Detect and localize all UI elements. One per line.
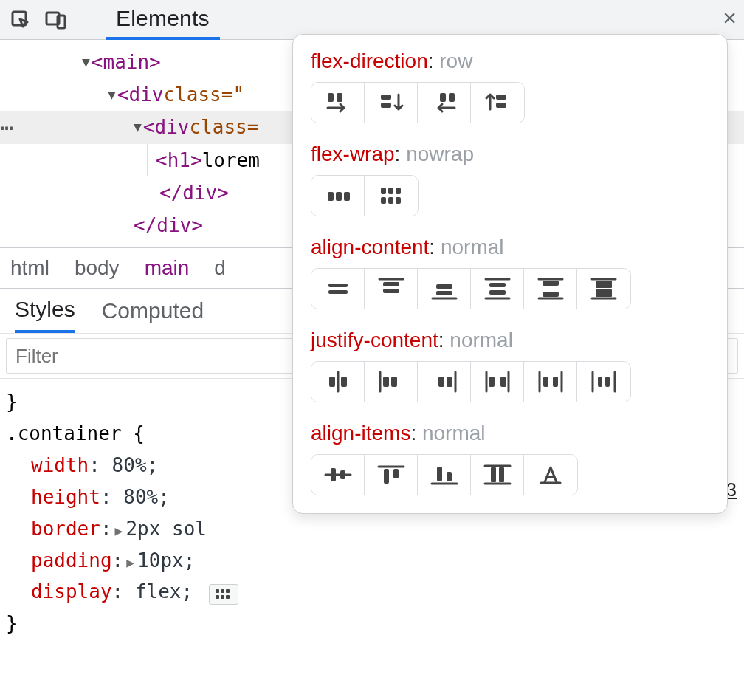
- align-content-end-icon[interactable]: [418, 269, 471, 309]
- svg-rect-20: [381, 188, 386, 194]
- group-align-items: align-items: normal: [311, 422, 709, 495]
- flex-wrap-nowrap-icon[interactable]: [311, 176, 365, 216]
- group-flex-direction: flex-direction: row: [311, 49, 709, 123]
- svg-rect-51: [391, 377, 397, 387]
- flex-direction-column-icon[interactable]: [365, 83, 418, 123]
- svg-rect-72: [393, 469, 399, 478]
- svg-rect-57: [500, 377, 506, 387]
- svg-rect-26: [328, 284, 348, 287]
- svg-rect-73: [437, 467, 442, 481]
- align-items-start-icon[interactable]: [365, 455, 418, 495]
- group-justify-content: justify-content: normal: [311, 329, 709, 402]
- svg-rect-6: [216, 595, 219, 599]
- group-align-content: align-content: normal: [311, 236, 709, 309]
- overflow-dots-icon[interactable]: ⋯: [0, 109, 14, 146]
- svg-rect-74: [447, 472, 452, 481]
- svg-rect-24: [388, 197, 393, 204]
- svg-rect-4: [221, 589, 224, 593]
- svg-rect-27: [328, 290, 348, 294]
- svg-rect-77: [491, 467, 496, 482]
- elements-tab[interactable]: Elements: [106, 0, 220, 40]
- svg-rect-2: [58, 16, 65, 28]
- svg-rect-36: [489, 290, 506, 295]
- align-content-space-between-icon[interactable]: [524, 269, 577, 309]
- svg-rect-17: [328, 192, 334, 201]
- align-content-space-around-icon[interactable]: [471, 269, 524, 309]
- tab-styles[interactable]: Styles: [15, 289, 75, 333]
- align-content-center-icon[interactable]: [311, 269, 365, 309]
- justify-content-center-icon[interactable]: [311, 362, 365, 402]
- svg-rect-68: [331, 468, 336, 481]
- inspect-icon[interactable]: [7, 7, 34, 33]
- svg-rect-35: [489, 283, 506, 287]
- svg-rect-40: [542, 292, 559, 297]
- svg-rect-56: [489, 377, 495, 387]
- svg-rect-29: [383, 282, 399, 286]
- align-items-center-icon[interactable]: [311, 455, 365, 495]
- justify-content-start-icon[interactable]: [365, 362, 418, 402]
- tab-computed[interactable]: Computed: [102, 289, 204, 333]
- justify-content-space-evenly-icon[interactable]: [577, 362, 630, 402]
- svg-rect-61: [553, 377, 558, 387]
- flex-direction-row-reverse-icon[interactable]: [418, 83, 471, 123]
- svg-rect-13: [440, 93, 446, 102]
- device-toggle-icon[interactable]: [43, 7, 69, 33]
- svg-rect-44: [596, 289, 612, 297]
- breadcrumb-item[interactable]: d: [214, 256, 226, 280]
- justify-content-space-between-icon[interactable]: [471, 362, 524, 402]
- svg-rect-21: [388, 188, 393, 194]
- css-declaration[interactable]: padding:▶10px;: [6, 545, 744, 577]
- svg-rect-10: [337, 93, 342, 102]
- svg-rect-48: [341, 377, 347, 387]
- justify-content-end-icon[interactable]: [418, 362, 471, 402]
- svg-rect-11: [381, 95, 391, 100]
- breadcrumb-item[interactable]: main: [145, 256, 190, 280]
- close-icon[interactable]: ×: [723, 4, 737, 32]
- svg-rect-52: [438, 377, 444, 387]
- svg-rect-32: [436, 291, 452, 295]
- svg-rect-15: [496, 95, 506, 100]
- svg-rect-7: [221, 595, 224, 599]
- justify-content-space-around-icon[interactable]: [524, 362, 577, 402]
- align-items-baseline-icon[interactable]: [524, 455, 577, 495]
- svg-rect-71: [384, 469, 389, 484]
- svg-rect-39: [542, 281, 559, 286]
- svg-rect-23: [381, 197, 386, 204]
- css-declaration[interactable]: display: flex;: [6, 576, 744, 608]
- svg-rect-50: [383, 377, 389, 387]
- breadcrumb-item[interactable]: html: [10, 256, 49, 280]
- topbar-separator: [92, 9, 92, 31]
- align-content-start-icon[interactable]: [365, 269, 418, 309]
- svg-rect-78: [499, 467, 504, 482]
- svg-rect-25: [396, 197, 401, 204]
- svg-rect-43: [596, 281, 612, 288]
- group-flex-wrap: flex-wrap: nowrap: [311, 143, 709, 216]
- svg-rect-3: [216, 589, 219, 593]
- flex-direction-row-icon[interactable]: [311, 83, 365, 123]
- flex-direction-column-reverse-icon[interactable]: [471, 83, 524, 123]
- svg-rect-5: [226, 589, 230, 593]
- svg-rect-12: [381, 103, 391, 108]
- svg-rect-22: [396, 188, 401, 194]
- css-close-brace: }: [6, 608, 744, 639]
- breadcrumb-item[interactable]: body: [75, 256, 120, 280]
- css-declaration[interactable]: border:▶2px sol: [6, 513, 744, 545]
- svg-rect-19: [344, 192, 350, 201]
- svg-rect-53: [447, 377, 452, 387]
- svg-rect-47: [329, 377, 335, 387]
- align-content-stretch-icon[interactable]: [577, 269, 630, 309]
- svg-rect-31: [436, 284, 452, 289]
- flex-editor-icon[interactable]: [209, 584, 238, 605]
- svg-rect-60: [543, 377, 548, 387]
- align-items-stretch-icon[interactable]: [471, 455, 524, 495]
- svg-rect-8: [226, 595, 230, 599]
- flex-wrap-wrap-icon[interactable]: [365, 176, 418, 216]
- svg-rect-9: [328, 93, 334, 102]
- svg-rect-30: [383, 289, 399, 293]
- align-items-end-icon[interactable]: [418, 455, 471, 495]
- svg-rect-14: [449, 93, 455, 102]
- flex-editor-popover: flex-direction: row flex-wrap: nowrap al…: [292, 34, 728, 514]
- svg-rect-18: [336, 192, 342, 201]
- svg-rect-65: [605, 377, 610, 387]
- svg-rect-64: [598, 377, 602, 387]
